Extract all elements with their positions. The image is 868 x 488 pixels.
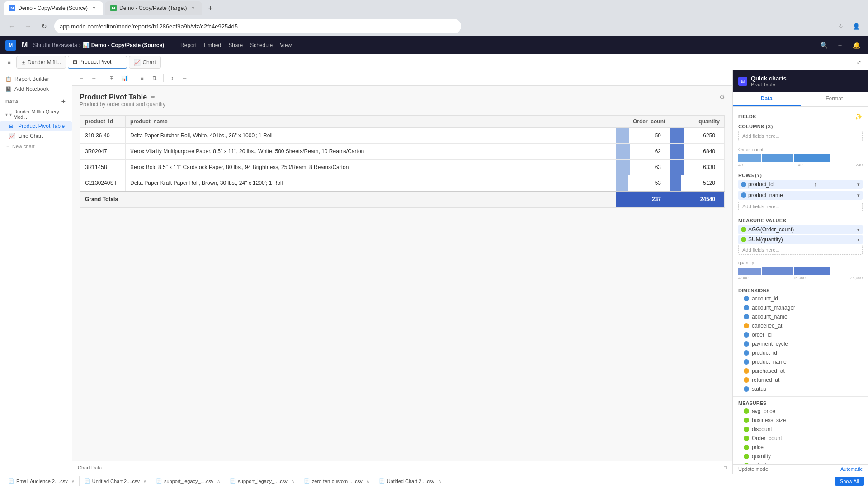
- show-all-button[interactable]: Show All: [835, 477, 864, 486]
- add-tab-button[interactable]: ＋: [163, 56, 177, 69]
- filter-button[interactable]: ≡: [137, 73, 147, 84]
- update-mode-value[interactable]: Automatic: [840, 466, 863, 472]
- table-row: 310-36-40 Delta Paper Butcher Roll, Whit…: [80, 128, 725, 144]
- table-view-button[interactable]: ⊞: [106, 73, 117, 84]
- columns-add-field[interactable]: Add fields here...: [738, 131, 863, 141]
- csv-icon-4: 📄: [230, 478, 236, 484]
- tab-chart[interactable]: 📈 Chart: [129, 56, 160, 69]
- breadcrumb-report[interactable]: Demo - Copy/Paste (Source): [91, 42, 164, 48]
- rows-add-field[interactable]: Add fields here...: [738, 202, 863, 211]
- download-close-4[interactable]: ∧: [291, 479, 294, 483]
- measure-add-field[interactable]: Add fields here...: [738, 245, 863, 255]
- sidebar-item-add-notebook[interactable]: 📓 Add Notebook: [0, 84, 72, 94]
- tab-close-source[interactable]: ×: [90, 5, 98, 12]
- expand-icon[interactable]: ⤢: [854, 57, 864, 68]
- bell-icon[interactable]: 🔔: [850, 39, 863, 52]
- col-header-product-id: product_id: [80, 116, 126, 128]
- download-item-untitled-chart-2[interactable]: 📄 Untitled Chart 2....csv ∧: [80, 476, 151, 486]
- collapse-button[interactable]: ↔: [179, 73, 190, 84]
- download-name-2: Untitled Chart 2....csv: [92, 479, 140, 484]
- nav-view[interactable]: View: [280, 42, 292, 48]
- rows-field-product-id[interactable]: product_id ↕ ▾: [738, 180, 863, 189]
- cell-quantity-4: 5120: [670, 175, 725, 192]
- download-close-1[interactable]: ∧: [71, 479, 75, 483]
- data-add-icon[interactable]: ＋: [60, 98, 66, 106]
- nav-forward-button[interactable]: →: [22, 20, 34, 33]
- toolbar-right: ⤢: [854, 57, 864, 68]
- nav-share[interactable]: Share: [228, 42, 243, 48]
- sidebar-toggle-button[interactable]: ≡: [4, 57, 14, 68]
- add-new-chart-icon: ＋: [5, 143, 10, 150]
- sidebar-item-line-chart[interactable]: 📈 Line Chart: [0, 131, 72, 141]
- download-close-6[interactable]: ∧: [438, 479, 441, 483]
- cell-product-id-4: C2130240ST: [80, 175, 126, 192]
- datasource-item[interactable]: ▾ ▾ Dunder Mifflin Query Modi...: [0, 108, 72, 121]
- tab-product-pivot[interactable]: ⊟ Product Pivot _ ⋯: [68, 56, 127, 69]
- nav-schedule[interactable]: Schedule: [250, 42, 273, 48]
- cell-quantity-1: 6250: [670, 128, 725, 144]
- download-item-zero-ten[interactable]: 📄 zero-ten-custom-....csv ∧: [299, 476, 374, 486]
- download-name-6: Untitled Chart 2....csv: [387, 479, 434, 484]
- report-builder-label: Report Builder: [14, 76, 49, 82]
- breadcrumb-user[interactable]: Shruthi Bezawada: [33, 42, 77, 48]
- new-tab-button[interactable]: +: [204, 2, 217, 14]
- chart-settings-icon[interactable]: ⚙: [719, 93, 725, 100]
- tab-format[interactable]: Format: [801, 92, 868, 106]
- download-close-3[interactable]: ∧: [217, 479, 220, 483]
- cell-grand-total-label: Grand Totals: [80, 191, 616, 207]
- download-item-untitled-chart-2b[interactable]: 📄 Untitled Chart 2....csv ∧: [374, 476, 446, 486]
- add-icon[interactable]: ＋: [834, 39, 846, 52]
- measure-field-order-count[interactable]: AGG(Order_count) ▾: [738, 225, 863, 234]
- nav-embed[interactable]: Embed: [204, 42, 221, 48]
- download-close-5[interactable]: ∧: [366, 479, 369, 483]
- edit-title-icon[interactable]: ✏: [151, 94, 155, 100]
- url-bar[interactable]: app.mode.com/editor/mode/reports/b1286ea…: [54, 19, 461, 33]
- grid-icon2: ⊟: [9, 123, 15, 129]
- nav-refresh-button[interactable]: ↻: [38, 20, 51, 33]
- cell-grand-total-qty: 24540: [670, 191, 725, 207]
- chart-data-bar: Chart Data − □: [72, 461, 732, 474]
- tab-close-target[interactable]: ×: [189, 5, 197, 12]
- chart-view-button[interactable]: 📊: [119, 73, 130, 84]
- search-icon[interactable]: 🔍: [817, 39, 830, 52]
- download-item-support-legacy-1[interactable]: 📄 support_legacy_....csv ∧: [151, 476, 225, 486]
- redo-button[interactable]: →: [89, 73, 99, 84]
- bookmark-icon[interactable]: ☆: [835, 20, 847, 33]
- tab-target[interactable]: M Demo - Copy/Paste (Target) ×: [105, 1, 202, 15]
- dim-order-id: order_id: [744, 330, 857, 339]
- download-name-4: support_legacy_....csv: [238, 479, 287, 484]
- rows-field-product-name[interactable]: product_name ▾: [738, 191, 863, 200]
- cell-order-count-4: 53: [616, 175, 670, 192]
- tab-dunder-mifflin[interactable]: ⊞ Dunder Mifli...: [16, 56, 66, 69]
- app-logo-m: M: [22, 41, 28, 49]
- nav-back-button[interactable]: ←: [5, 20, 18, 33]
- download-close-2[interactable]: ∧: [143, 479, 146, 483]
- tab-menu-icon: ⋯: [118, 60, 122, 65]
- report-builder-icon: 📋: [5, 76, 12, 82]
- measure-field-quantity[interactable]: SUM(quantity) ▾: [738, 235, 863, 244]
- download-item-support-legacy-2[interactable]: 📄 support_legacy_....csv ∧: [225, 476, 299, 486]
- download-item-email-audience[interactable]: 📄 Email Audience 2....csv ∧: [4, 476, 80, 486]
- measure-shipping-cost: shipping_cost: [744, 461, 857, 464]
- profile-icon[interactable]: 👤: [850, 20, 863, 33]
- nav-report[interactable]: Report: [180, 42, 197, 48]
- col-header-order-count: Order_count: [616, 116, 670, 128]
- cell-quantity-2: 6840: [670, 144, 725, 160]
- collapse-icon[interactable]: −: [717, 465, 720, 470]
- tab-dunder-label: Dunder Mifli...: [28, 59, 61, 66]
- tab-source[interactable]: M Demo - Copy/Paste (Source) ×: [4, 1, 103, 15]
- undo-button[interactable]: ←: [76, 73, 87, 84]
- expand-icon2[interactable]: □: [724, 465, 727, 470]
- left-sidebar: 📋 Report Builder 📓 Add Notebook DATA ＋ ▾…: [0, 70, 72, 474]
- pivot-table: product_id product_name Order_count quan…: [80, 115, 725, 208]
- update-mode-bar: Update mode: Automatic: [733, 464, 868, 474]
- sidebar-item-report-builder[interactable]: 📋 Report Builder: [0, 74, 72, 84]
- chart-data-label: Chart Data: [78, 465, 102, 470]
- sort-button[interactable]: ⇅: [149, 73, 160, 84]
- expand-button[interactable]: ↕: [167, 73, 178, 84]
- add-new-chart[interactable]: ＋ New chart: [0, 141, 72, 151]
- tab-chart-label: Chart: [142, 59, 156, 66]
- tab-data[interactable]: Data: [733, 92, 801, 106]
- datasource-arrow2: ▾: [9, 112, 12, 117]
- sidebar-item-product-pivot-table[interactable]: ⊟ Product Pivot Table: [0, 121, 72, 131]
